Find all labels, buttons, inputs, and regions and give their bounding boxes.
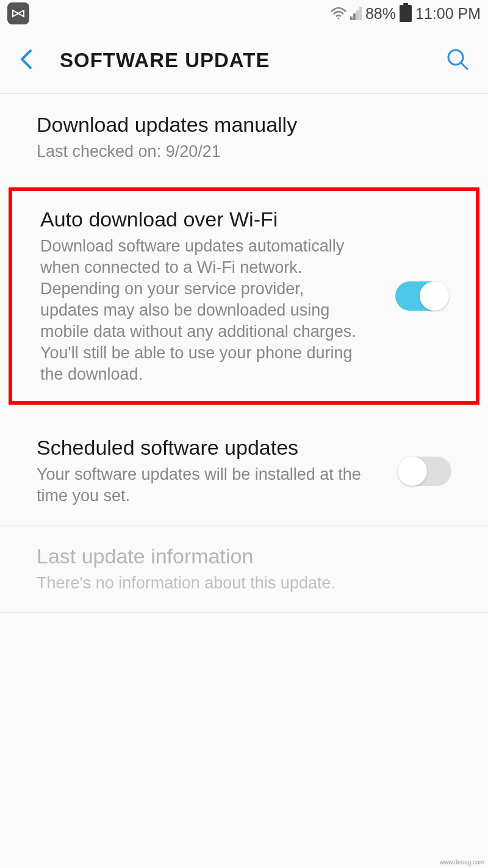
back-button[interactable] [18,47,35,74]
watermark: www.deuag.com [440,859,484,866]
download-manually-subtitle: Last checked on: 9/20/21 [37,141,439,162]
settings-list: Download updates manually Last checked o… [0,94,488,613]
app-header: SOFTWARE UPDATE [0,27,488,94]
auto-download-wifi-row[interactable]: Auto download over Wi-Fi Download softwa… [9,187,479,405]
auto-download-wifi-toggle[interactable] [395,281,448,311]
svg-line-2 [461,63,467,69]
capcut-app-icon [7,2,29,24]
scheduled-updates-row[interactable]: Scheduled software updates Your software… [0,417,488,526]
page-title: SOFTWARE UPDATE [60,49,445,72]
status-right: 88% 11:00 PM [331,5,481,23]
status-left [7,2,29,24]
download-manually-title: Download updates manually [37,112,439,137]
last-update-info-subtitle: There's no information about this update… [37,573,439,594]
svg-point-0 [337,18,339,20]
last-update-info-row[interactable]: Last update information There's no infor… [0,526,488,613]
clock-time: 11:00 PM [415,5,481,23]
battery-icon [400,5,412,22]
scheduled-updates-toggle[interactable] [399,457,451,486]
status-bar: 88% 11:00 PM [0,0,488,27]
auto-download-wifi-subtitle: Download software updates automatically … [40,236,364,386]
battery-percent: 88% [365,5,396,23]
last-update-info-title: Last update information [37,544,439,569]
wifi-icon [331,7,346,20]
search-button[interactable] [445,47,470,74]
auto-download-wifi-title: Auto download over Wi-Fi [40,207,383,232]
signal-icon [350,7,362,20]
download-manually-row[interactable]: Download updates manually Last checked o… [0,94,488,181]
scheduled-updates-title: Scheduled software updates [37,435,387,460]
scheduled-updates-subtitle: Your software updates will be installed … [37,464,387,507]
